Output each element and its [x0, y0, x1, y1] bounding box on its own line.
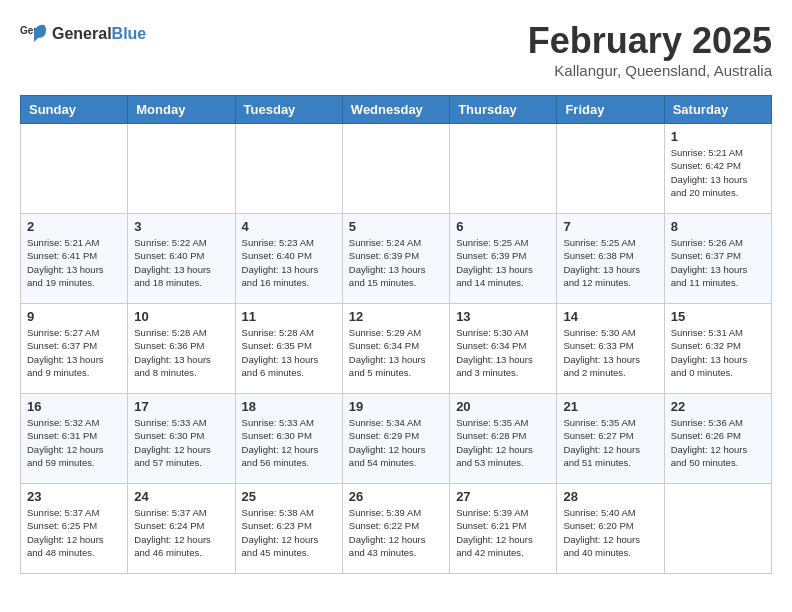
calendar-cell — [450, 124, 557, 214]
calendar-cell: 7Sunrise: 5:25 AM Sunset: 6:38 PM Daylig… — [557, 214, 664, 304]
day-info: Sunrise: 5:38 AM Sunset: 6:23 PM Dayligh… — [242, 506, 336, 559]
logo-text: GeneralBlue — [52, 25, 146, 43]
day-number: 15 — [671, 309, 765, 324]
day-number: 1 — [671, 129, 765, 144]
week-row-2: 2Sunrise: 5:21 AM Sunset: 6:41 PM Daylig… — [21, 214, 772, 304]
calendar-cell: 18Sunrise: 5:33 AM Sunset: 6:30 PM Dayli… — [235, 394, 342, 484]
calendar-cell: 19Sunrise: 5:34 AM Sunset: 6:29 PM Dayli… — [342, 394, 449, 484]
calendar-cell: 23Sunrise: 5:37 AM Sunset: 6:25 PM Dayli… — [21, 484, 128, 574]
calendar-cell: 1Sunrise: 5:21 AM Sunset: 6:42 PM Daylig… — [664, 124, 771, 214]
day-info: Sunrise: 5:24 AM Sunset: 6:39 PM Dayligh… — [349, 236, 443, 289]
day-number: 13 — [456, 309, 550, 324]
calendar-cell: 16Sunrise: 5:32 AM Sunset: 6:31 PM Dayli… — [21, 394, 128, 484]
calendar-cell: 15Sunrise: 5:31 AM Sunset: 6:32 PM Dayli… — [664, 304, 771, 394]
calendar-cell — [342, 124, 449, 214]
weekday-header-sunday: Sunday — [21, 96, 128, 124]
day-info: Sunrise: 5:33 AM Sunset: 6:30 PM Dayligh… — [134, 416, 228, 469]
day-info: Sunrise: 5:29 AM Sunset: 6:34 PM Dayligh… — [349, 326, 443, 379]
weekday-header-thursday: Thursday — [450, 96, 557, 124]
week-row-1: 1Sunrise: 5:21 AM Sunset: 6:42 PM Daylig… — [21, 124, 772, 214]
calendar-cell: 9Sunrise: 5:27 AM Sunset: 6:37 PM Daylig… — [21, 304, 128, 394]
day-info: Sunrise: 5:23 AM Sunset: 6:40 PM Dayligh… — [242, 236, 336, 289]
calendar-cell: 22Sunrise: 5:36 AM Sunset: 6:26 PM Dayli… — [664, 394, 771, 484]
weekday-header-row: SundayMondayTuesdayWednesdayThursdayFrid… — [21, 96, 772, 124]
day-number: 17 — [134, 399, 228, 414]
calendar-cell: 2Sunrise: 5:21 AM Sunset: 6:41 PM Daylig… — [21, 214, 128, 304]
title-area: February 2025 Kallangur, Queensland, Aus… — [528, 20, 772, 79]
day-number: 23 — [27, 489, 121, 504]
calendar-cell: 6Sunrise: 5:25 AM Sunset: 6:39 PM Daylig… — [450, 214, 557, 304]
day-number: 14 — [563, 309, 657, 324]
calendar-cell — [557, 124, 664, 214]
day-info: Sunrise: 5:25 AM Sunset: 6:39 PM Dayligh… — [456, 236, 550, 289]
weekday-header-monday: Monday — [128, 96, 235, 124]
day-number: 24 — [134, 489, 228, 504]
calendar-cell: 24Sunrise: 5:37 AM Sunset: 6:24 PM Dayli… — [128, 484, 235, 574]
calendar-cell — [21, 124, 128, 214]
calendar-cell: 3Sunrise: 5:22 AM Sunset: 6:40 PM Daylig… — [128, 214, 235, 304]
day-info: Sunrise: 5:37 AM Sunset: 6:24 PM Dayligh… — [134, 506, 228, 559]
day-number: 28 — [563, 489, 657, 504]
day-info: Sunrise: 5:22 AM Sunset: 6:40 PM Dayligh… — [134, 236, 228, 289]
day-number: 18 — [242, 399, 336, 414]
calendar-cell: 26Sunrise: 5:39 AM Sunset: 6:22 PM Dayli… — [342, 484, 449, 574]
day-number: 16 — [27, 399, 121, 414]
weekday-header-friday: Friday — [557, 96, 664, 124]
day-info: Sunrise: 5:28 AM Sunset: 6:35 PM Dayligh… — [242, 326, 336, 379]
day-number: 7 — [563, 219, 657, 234]
calendar-cell: 20Sunrise: 5:35 AM Sunset: 6:28 PM Dayli… — [450, 394, 557, 484]
day-info: Sunrise: 5:35 AM Sunset: 6:27 PM Dayligh… — [563, 416, 657, 469]
logo: Gen GeneralBlue — [20, 20, 146, 48]
day-number: 9 — [27, 309, 121, 324]
day-number: 20 — [456, 399, 550, 414]
week-row-4: 16Sunrise: 5:32 AM Sunset: 6:31 PM Dayli… — [21, 394, 772, 484]
day-number: 12 — [349, 309, 443, 324]
week-row-3: 9Sunrise: 5:27 AM Sunset: 6:37 PM Daylig… — [21, 304, 772, 394]
day-number: 10 — [134, 309, 228, 324]
calendar-table: SundayMondayTuesdayWednesdayThursdayFrid… — [20, 95, 772, 574]
day-number: 22 — [671, 399, 765, 414]
calendar-cell: 12Sunrise: 5:29 AM Sunset: 6:34 PM Dayli… — [342, 304, 449, 394]
calendar-cell: 5Sunrise: 5:24 AM Sunset: 6:39 PM Daylig… — [342, 214, 449, 304]
calendar-cell — [664, 484, 771, 574]
calendar-subtitle: Kallangur, Queensland, Australia — [528, 62, 772, 79]
day-info: Sunrise: 5:27 AM Sunset: 6:37 PM Dayligh… — [27, 326, 121, 379]
calendar-title: February 2025 — [528, 20, 772, 62]
day-number: 3 — [134, 219, 228, 234]
day-info: Sunrise: 5:21 AM Sunset: 6:41 PM Dayligh… — [27, 236, 121, 289]
day-info: Sunrise: 5:39 AM Sunset: 6:21 PM Dayligh… — [456, 506, 550, 559]
day-number: 21 — [563, 399, 657, 414]
day-info: Sunrise: 5:25 AM Sunset: 6:38 PM Dayligh… — [563, 236, 657, 289]
day-info: Sunrise: 5:33 AM Sunset: 6:30 PM Dayligh… — [242, 416, 336, 469]
weekday-header-wednesday: Wednesday — [342, 96, 449, 124]
day-info: Sunrise: 5:39 AM Sunset: 6:22 PM Dayligh… — [349, 506, 443, 559]
day-number: 11 — [242, 309, 336, 324]
calendar-cell: 10Sunrise: 5:28 AM Sunset: 6:36 PM Dayli… — [128, 304, 235, 394]
logo-icon: Gen — [20, 20, 48, 48]
calendar-cell: 21Sunrise: 5:35 AM Sunset: 6:27 PM Dayli… — [557, 394, 664, 484]
calendar-cell: 28Sunrise: 5:40 AM Sunset: 6:20 PM Dayli… — [557, 484, 664, 574]
day-info: Sunrise: 5:21 AM Sunset: 6:42 PM Dayligh… — [671, 146, 765, 199]
day-info: Sunrise: 5:32 AM Sunset: 6:31 PM Dayligh… — [27, 416, 121, 469]
day-info: Sunrise: 5:30 AM Sunset: 6:34 PM Dayligh… — [456, 326, 550, 379]
day-info: Sunrise: 5:30 AM Sunset: 6:33 PM Dayligh… — [563, 326, 657, 379]
day-info: Sunrise: 5:31 AM Sunset: 6:32 PM Dayligh… — [671, 326, 765, 379]
day-info: Sunrise: 5:28 AM Sunset: 6:36 PM Dayligh… — [134, 326, 228, 379]
calendar-cell: 17Sunrise: 5:33 AM Sunset: 6:30 PM Dayli… — [128, 394, 235, 484]
page-header: Gen GeneralBlue February 2025 Kallangur,… — [20, 20, 772, 79]
day-number: 19 — [349, 399, 443, 414]
calendar-cell: 4Sunrise: 5:23 AM Sunset: 6:40 PM Daylig… — [235, 214, 342, 304]
day-number: 8 — [671, 219, 765, 234]
day-number: 25 — [242, 489, 336, 504]
calendar-cell: 11Sunrise: 5:28 AM Sunset: 6:35 PM Dayli… — [235, 304, 342, 394]
day-info: Sunrise: 5:26 AM Sunset: 6:37 PM Dayligh… — [671, 236, 765, 289]
calendar-cell: 8Sunrise: 5:26 AM Sunset: 6:37 PM Daylig… — [664, 214, 771, 304]
day-number: 2 — [27, 219, 121, 234]
day-info: Sunrise: 5:40 AM Sunset: 6:20 PM Dayligh… — [563, 506, 657, 559]
day-info: Sunrise: 5:34 AM Sunset: 6:29 PM Dayligh… — [349, 416, 443, 469]
weekday-header-tuesday: Tuesday — [235, 96, 342, 124]
calendar-cell: 13Sunrise: 5:30 AM Sunset: 6:34 PM Dayli… — [450, 304, 557, 394]
calendar-cell — [235, 124, 342, 214]
week-row-5: 23Sunrise: 5:37 AM Sunset: 6:25 PM Dayli… — [21, 484, 772, 574]
calendar-cell — [128, 124, 235, 214]
